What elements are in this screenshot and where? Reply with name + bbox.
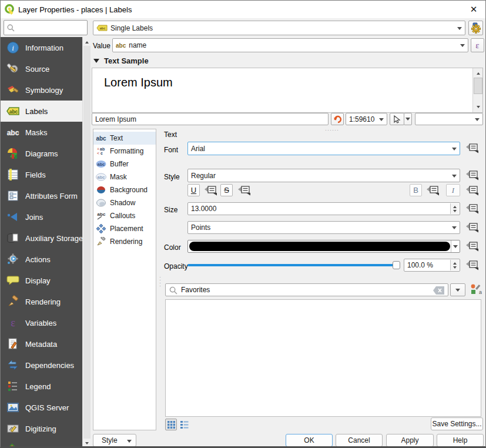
svg-text:abc: abc [98,212,106,217]
sidebar-item-symbology[interactable]: Symbology [1,79,82,101]
sidebar-item-masks[interactable]: abc Masks [1,122,82,143]
style-presets-list[interactable] [165,299,481,417]
expression-builder-button[interactable]: ε [471,38,484,52]
italic-override-button[interactable] [465,184,480,197]
color-button[interactable] [187,240,460,253]
attributes-form-icon [6,189,20,203]
style-override-button[interactable] [465,169,480,182]
bold-button[interactable]: B [410,184,422,196]
size-units-combo[interactable]: Points [187,221,460,234]
strikethrough-override-button[interactable] [237,184,252,197]
sample-text-input[interactable]: Lorem Ipsum [92,113,329,125]
splitter-handle[interactable]: ······ [325,127,339,133]
preview-scrollbar[interactable] [472,68,482,112]
scroll-down-icon[interactable] [83,440,91,448]
sidebar-item-3d-view[interactable]: 3D View [1,439,82,448]
scale-combo[interactable]: 1:59610 [346,113,387,125]
sidebar-item-display[interactable]: Display [1,270,82,291]
list-view-button[interactable] [179,419,190,430]
style-combo[interactable]: Regular [187,169,460,182]
spinner-arrows[interactable] [450,260,459,270]
sidebar-scroll-thumb[interactable] [83,46,91,439]
placement-tab-icon [96,224,106,233]
chevron-down-icon [455,289,460,294]
sidebar-item-diagrams[interactable]: Diagrams [1,143,82,164]
sidebar-item-qgis-server[interactable]: QGIS Server [1,397,82,418]
sidebar-item-actions[interactable]: Actions [1,249,82,270]
sidebar-item-legend[interactable]: Legend [1,376,82,397]
style-filter-input[interactable] [181,285,416,295]
units-override-button[interactable] [465,221,480,234]
opacity-slider-handle[interactable] [393,261,400,269]
ok-button[interactable]: OK [286,434,333,447]
reset-sample-button[interactable] [331,113,344,125]
labeling-mode-combo[interactable]: abc Single Labels [93,21,465,35]
bold-override-button[interactable] [425,184,441,197]
color-dropdown[interactable] [451,240,460,252]
map-scale-tool-button[interactable] [390,113,404,125]
tab-buffer[interactable]: abc Buffer [93,158,156,170]
clear-filter-icon[interactable] [433,286,444,296]
font-combo[interactable]: Arial [187,142,460,155]
sidebar-item-fields[interactable]: Fields [1,164,82,185]
underline-override-button[interactable] [203,184,219,197]
style-filter-box [165,283,448,296]
tab-text[interactable]: abc Text [93,132,156,145]
tab-placement[interactable]: Placement [93,222,156,235]
text-sample-header[interactable]: Text Sample [93,56,149,66]
font-override-button[interactable] [465,142,480,155]
sidebar-item-joins[interactable]: Joins [1,206,82,228]
sidebar-item-digitizing[interactable]: Digitizing [1,418,82,439]
underline-button[interactable]: U [187,184,200,196]
spinner-arrows[interactable] [450,203,459,214]
tab-background[interactable]: Background [93,183,156,196]
data-defined-override-icon [465,185,480,196]
tab-mask[interactable]: abc Mask [93,170,156,183]
data-defined-override-icon [465,203,480,215]
filter-dropdown-button[interactable] [450,283,465,296]
size-override-button[interactable] [465,202,480,215]
tab-callouts[interactable]: abc Callouts [93,209,156,222]
color-override-button[interactable] [465,240,480,253]
icon-view-button[interactable] [165,419,177,430]
svg-text:abc: abc [98,175,105,180]
sidebar-item-metadata[interactable]: Metadata [1,333,82,355]
splitter-handle-vertical[interactable]: ···· [159,276,161,287]
style-manager-button[interactable]: a [469,282,483,296]
strikethrough-button[interactable]: S [220,184,233,196]
style-menu-button[interactable]: Style [93,434,136,447]
preview-background-combo[interactable] [415,113,483,125]
auto-placement-settings-button[interactable] [468,21,483,35]
sidebar-item-variables[interactable]: ε Variables [1,312,82,333]
sidebar-item-rendering[interactable]: Rendering [1,291,82,312]
value-field-combo[interactable]: abc name [112,38,468,52]
tab-rendering[interactable]: Rendering [93,235,156,248]
opacity-spinbox[interactable]: 100.0 % [404,259,460,272]
save-settings-button[interactable]: Save Settings... [431,417,483,430]
scroll-up-icon[interactable] [473,68,483,77]
italic-button[interactable]: I [446,184,460,196]
chevron-down-icon [452,175,457,180]
tab-shadow[interactable]: Shadow [93,196,156,209]
sidebar-item-auxiliary-storage[interactable]: Auxiliary Storage [1,228,82,249]
scroll-down-icon[interactable] [473,103,483,112]
opacity-slider[interactable] [187,264,399,266]
size-spinbox[interactable]: 13.0000 [187,202,460,215]
preview-scroll-thumb[interactable] [474,78,482,94]
help-button[interactable]: Help [437,434,484,447]
map-scale-tool-dropdown[interactable] [404,113,412,125]
sidebar-scrollbar[interactable] [82,37,91,448]
tab-formatting[interactable]: +ab<c Formatting [93,145,156,158]
sidebar-item-labels[interactable]: abc Labels [1,101,82,122]
apply-button[interactable]: Apply [386,434,434,447]
sidebar-item-attributes-form[interactable]: Attributes Form [1,185,82,206]
search-input[interactable] [18,22,84,34]
scroll-up-icon[interactable] [83,37,91,46]
cancel-button[interactable]: Cancel [336,434,383,447]
sidebar-item-information[interactable]: i Information [1,37,82,58]
sidebar-item-dependencies[interactable]: Dependencies [1,355,82,376]
sidebar-item-source[interactable]: Source [1,58,82,79]
close-icon[interactable]: ✕ [468,4,480,15]
opacity-override-button[interactable] [465,259,480,272]
data-defined-override-icon [465,142,480,154]
